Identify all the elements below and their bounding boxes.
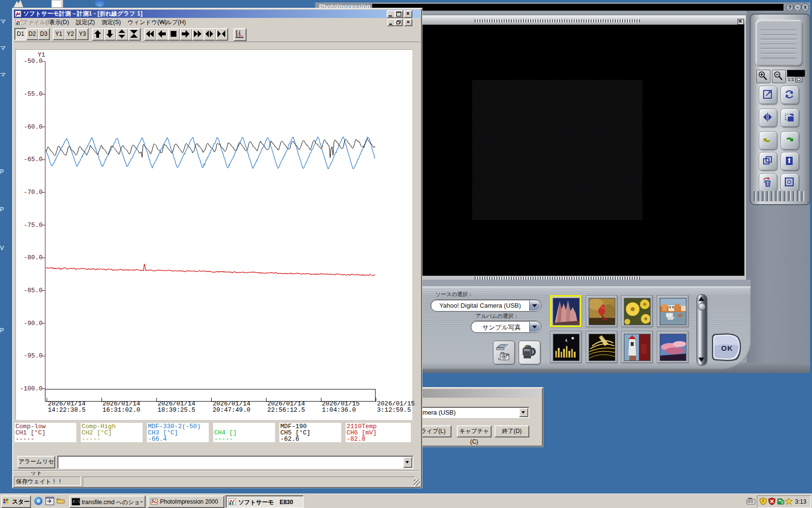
- svg-text:!: !: [762, 499, 764, 504]
- svg-text:OK: OK: [721, 344, 733, 352]
